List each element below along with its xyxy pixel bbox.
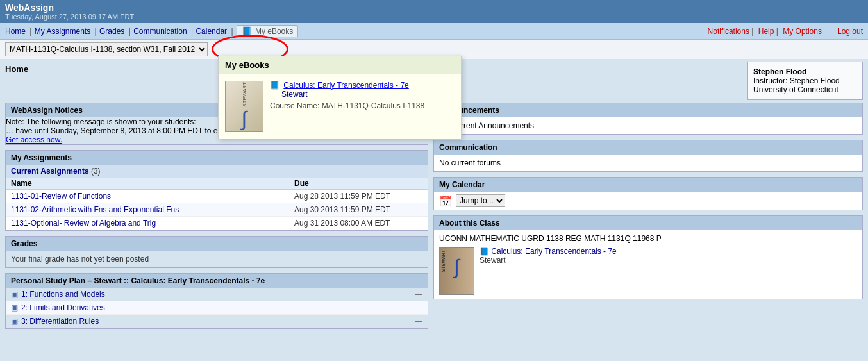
right-column: Announcements No Current Announcements C…: [433, 103, 863, 334]
psp-link-2[interactable]: 2: Limits and Derivatives: [21, 303, 415, 312]
ebook-course-name: Course Name: MATH-1131Q-Calculus I-1138: [270, 101, 424, 110]
ebook-info: 📘 Calculus: Early Transcendentals - 7e S…: [270, 81, 424, 110]
col-name-header: Name: [11, 179, 294, 188]
ebooks-dropdown-body: STEWART ∫ 📘 Calculus: Early Transcendent…: [219, 74, 461, 139]
nav-notifications[interactable]: Notifications: [708, 27, 749, 36]
grades-body: Your final grade has not yet been posted: [6, 251, 428, 267]
ebook-icon: 📘: [270, 81, 280, 90]
about-book-author: Stewart: [480, 256, 617, 265]
psp-icon-3: ▣: [11, 317, 18, 326]
psp-icon-1: ▣: [11, 290, 18, 299]
user-instructor: Instructor: Stephen Flood: [753, 76, 857, 85]
assignment-link-1[interactable]: 1131-01-Review of Functions: [11, 192, 111, 201]
get-access-link[interactable]: Get access now.: [6, 135, 62, 144]
ebook-thumbnail: STEWART ∫: [225, 81, 263, 132]
list-item: ▣ 3: Differentiation Rules —: [6, 315, 428, 328]
right-nav-links: Notifications | Help | My Options Log ou…: [705, 27, 863, 36]
psp-link-1[interactable]: 1: Functions and Models: [21, 290, 415, 299]
nav-my-options[interactable]: My Options: [783, 27, 822, 36]
assignments-section: My Assignments Current Assignments (3) N…: [5, 150, 428, 231]
calendar-header: My Calendar: [434, 178, 862, 192]
ebooks-dropdown: My eBooks STEWART ∫ 📘 Calculus: Early Tr…: [218, 56, 462, 139]
user-info-box: Stephen Flood Instructor: Stephen Flood …: [747, 62, 863, 100]
list-item: ▣ 2: Limits and Derivatives —: [6, 301, 428, 315]
ebooks-icon: 📘: [242, 26, 252, 36]
about-ebook-icon: 📘: [480, 247, 489, 256]
communication-section: Communication No current forums: [433, 140, 863, 172]
grades-header: Grades: [6, 237, 428, 251]
app-subtitle: Tuesday, August 27, 2013 09:17 AM EDT: [5, 13, 863, 21]
assignments-col-header: Name Due: [6, 178, 428, 190]
ebook-author: Stewart: [270, 90, 424, 99]
about-ebook: STEWART ∫ 📘 Calculus: Early Transcendent…: [439, 247, 857, 295]
app-title: WebAssign: [5, 3, 863, 13]
table-row: 1131-02-Arithmetic with Fns and Exponent…: [6, 203, 428, 217]
class-id: UCONN MATHEMATIC UGRD 1138 REG MATH 1131…: [439, 234, 857, 243]
nav-my-ebooks[interactable]: 📘 My eBooks: [237, 25, 298, 37]
about-class-body: UCONN MATHEMATIC UGRD 1138 REG MATH 1131…: [434, 230, 862, 299]
app-header: WebAssign Tuesday, August 27, 2013 09:17…: [0, 0, 868, 23]
communication-header: Communication: [434, 140, 862, 155]
calendar-jump-select[interactable]: Jump to...: [456, 194, 505, 207]
user-university: University of Connecticut: [753, 85, 857, 94]
nav-home[interactable]: Home: [5, 27, 26, 36]
psp-header: Personal Study Plan – Stewart :: Calculu…: [6, 274, 428, 288]
assignments-count: (3): [91, 167, 101, 176]
nav-my-assignments[interactable]: My Assignments: [35, 27, 90, 36]
announcements-section: Announcements No Current Announcements: [433, 103, 863, 135]
about-book-details: 📘 Calculus: Early Transcendentals - 7e S…: [480, 247, 617, 265]
nav-ebooks-label: My eBooks: [255, 27, 293, 36]
about-class-section: About this Class UCONN MATHEMATIC UGRD 1…: [433, 215, 863, 299]
assignment-link-2[interactable]: 1131-02-Arithmetic with Fns and Exponent…: [11, 205, 179, 214]
about-book-title-link[interactable]: Calculus: Early Transcendentals - 7e: [491, 247, 616, 256]
calendar-section: My Calendar 📅 Jump to...: [433, 177, 863, 210]
ebooks-dropdown-header: My eBooks: [219, 56, 461, 74]
course-selector[interactable]: MATH-1131Q-Calculus I-1138, section W31,…: [5, 42, 208, 56]
communication-body: No current forums: [434, 155, 862, 171]
list-item: ▣ 1: Functions and Models —: [6, 288, 428, 301]
calendar-body: 📅 Jump to...: [434, 192, 862, 210]
logout-link[interactable]: Log out: [837, 27, 863, 36]
announcements-header: Announcements: [434, 103, 862, 117]
current-assignments-subheader: Current Assignments (3): [6, 165, 428, 178]
table-row: 1131-Optional- Review of Algebra and Tri…: [6, 217, 428, 230]
psp-body: ▣ 1: Functions and Models — ▣ 2: Limits …: [6, 288, 428, 328]
grades-section: Grades Your final grade has not yet been…: [5, 236, 428, 268]
nav-help[interactable]: Help: [758, 27, 774, 36]
nav-communication[interactable]: Communication: [133, 27, 187, 36]
ebook-title-link[interactable]: Calculus: Early Transcendentals - 7e: [283, 81, 408, 90]
nav-links: Home | My Assignments | Grades | Communi…: [5, 25, 299, 37]
page-heading: Home: [5, 62, 28, 76]
assignments-body: Current Assignments (3) Name Due 1131-01…: [6, 165, 428, 230]
about-book-cover: STEWART ∫: [439, 247, 474, 295]
about-class-header: About this Class: [434, 216, 862, 230]
calendar-icon: 📅: [439, 195, 452, 207]
assignment-link-3[interactable]: 1131-Optional- Review of Algebra and Tri…: [11, 219, 156, 228]
announcements-body: No Current Announcements: [434, 117, 862, 134]
nav-calendar[interactable]: Calendar: [196, 27, 227, 36]
top-navbar: Home | My Assignments | Grades | Communi…: [0, 23, 868, 40]
nav-grades[interactable]: Grades: [99, 27, 124, 36]
current-assignments-link[interactable]: Current Assignments: [11, 167, 89, 176]
col-due-header: Due: [294, 179, 422, 188]
psp-section: Personal Study Plan – Stewart :: Calculu…: [5, 273, 428, 329]
user-name: Stephen Flood: [753, 67, 857, 76]
psp-icon-2: ▣: [11, 303, 18, 312]
assignments-header: My Assignments: [6, 151, 428, 165]
psp-link-3[interactable]: 3: Differentiation Rules: [21, 317, 415, 326]
table-row: 1131-01-Review of Functions Aug 28 2013 …: [6, 190, 428, 203]
